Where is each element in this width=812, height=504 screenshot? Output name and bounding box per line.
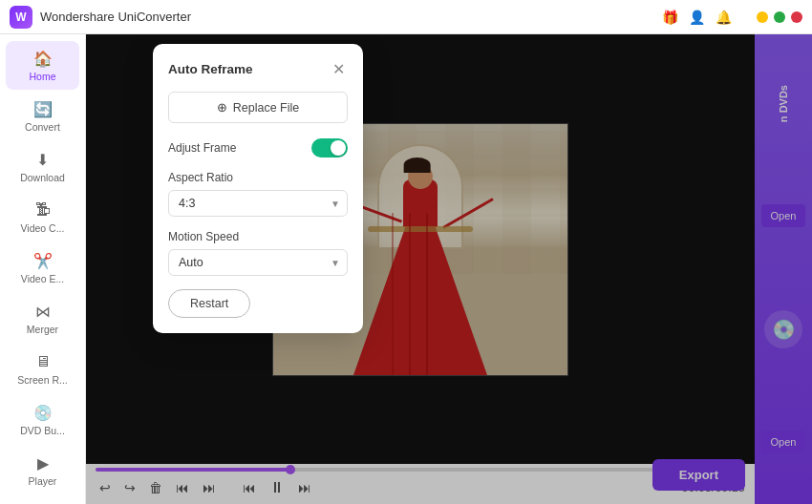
window-buttons (757, 11, 802, 23)
aspect-ratio-label: Aspect Ratio (168, 171, 233, 184)
download-icon: ⬇ (33, 150, 53, 169)
adjust-frame-row: Adjust Frame (168, 138, 348, 158)
title-bar: W Wondershare UniConverter 🎁 👤 🔔 (0, 0, 812, 34)
modal-overlay: Auto Reframe ✕ ⊕ Replace File Adjust Fra… (86, 34, 812, 504)
adjust-frame-label: Adjust Frame (168, 141, 236, 155)
sidebar-label-merger: Merger (27, 324, 58, 335)
sidebar-item-player[interactable]: ▶ Player (6, 446, 79, 494)
aspect-ratio-select-wrapper: 4:3 1:1 16:9 9:16 21:9 ▼ (168, 190, 348, 217)
adjust-frame-label-row: Adjust Frame (168, 138, 348, 158)
motion-speed-select[interactable]: Auto Slow Normal Fast (168, 249, 348, 276)
convert-icon: 🔄 (33, 99, 53, 118)
modal-title: Auto Reframe (168, 62, 253, 76)
sidebar-label-video-compress: Video C... (21, 222, 65, 234)
close-window-button[interactable] (791, 11, 802, 23)
sidebar-item-home[interactable]: 🏠 Home (6, 41, 79, 90)
sidebar-item-merger[interactable]: ⋈ Merger (6, 294, 79, 343)
edit-icon: ✂️ (33, 251, 53, 270)
merger-icon: ⋈ (33, 302, 53, 321)
maximize-button[interactable] (774, 11, 785, 23)
aspect-ratio-select[interactable]: 4:3 1:1 16:9 9:16 21:9 (168, 190, 348, 217)
sidebar-item-video-compress[interactable]: 🗜 Video C... (6, 193, 79, 242)
sidebar-label-home: Home (29, 71, 55, 82)
modal-close-button[interactable]: ✕ (329, 59, 348, 78)
user-icon[interactable]: 👤 (686, 7, 707, 28)
sidebar-item-convert[interactable]: 🔄 Convert (6, 92, 79, 140)
sidebar-item-video-edit[interactable]: ✂️ Video E... (6, 243, 79, 292)
sidebar-label-dvd: DVD Bu... (20, 425, 65, 436)
player-icon: ▶ (33, 453, 53, 472)
minimize-button[interactable] (757, 11, 768, 23)
toggle-thumb (331, 140, 346, 156)
sidebar-item-dvd[interactable]: 💿 DVD Bu... (6, 395, 79, 444)
app-title: Wondershare UniConverter (40, 10, 659, 24)
sidebar-label-download: Download (20, 172, 65, 183)
app-logo: W (10, 6, 32, 29)
motion-speed-label: Motion Speed (168, 230, 239, 243)
sidebar-label-player: Player (29, 475, 57, 487)
sidebar-label-convert: Convert (25, 121, 60, 133)
replace-file-button[interactable]: ⊕ Replace File (168, 92, 348, 123)
replace-file-label: Replace File (233, 101, 299, 115)
sidebar-label-video-edit: Video E... (21, 273, 64, 284)
main-content: ↩ ↪ 🗑 ⏮ ⏭ ⏮ ⏸ ⏭ 00:03/00:28 Auto Reframe (86, 34, 812, 504)
gift-icon[interactable]: 🎁 (659, 7, 680, 28)
adjust-frame-toggle[interactable] (311, 138, 348, 158)
compress-icon: 🗜 (33, 200, 53, 220)
bell-icon[interactable]: 🔔 (713, 7, 734, 28)
sidebar-item-download[interactable]: ⬇ Download (6, 142, 79, 191)
sidebar-label-screen-rec: Screen R... (17, 374, 68, 386)
restart-button[interactable]: Restart (168, 289, 250, 318)
dvd-icon: 💿 (33, 403, 53, 422)
aspect-ratio-row: Aspect Ratio 4:3 1:1 16:9 9:16 21:9 ▼ (168, 171, 348, 217)
home-icon: 🏠 (33, 49, 53, 68)
sidebar: 🏠 Home 🔄 Convert ⬇ Download 🗜 Video C...… (0, 34, 86, 504)
aspect-ratio-label-container: Aspect Ratio (168, 171, 348, 184)
auto-reframe-panel: Auto Reframe ✕ ⊕ Replace File Adjust Fra… (153, 44, 363, 333)
motion-speed-label-container: Motion Speed (168, 230, 348, 243)
sidebar-item-screen-rec[interactable]: 🖥 Screen R... (6, 345, 79, 393)
motion-speed-select-wrapper: Auto Slow Normal Fast ▼ (168, 249, 348, 276)
replace-file-icon: ⊕ (217, 100, 227, 115)
app-body: 🏠 Home 🔄 Convert ⬇ Download 🗜 Video C...… (0, 34, 812, 504)
modal-header: Auto Reframe ✕ (168, 59, 348, 78)
title-bar-controls: 🎁 👤 🔔 (659, 7, 802, 28)
motion-speed-row: Motion Speed Auto Slow Normal Fast ▼ (168, 230, 348, 276)
screen-rec-icon: 🖥 (33, 352, 53, 371)
sidebar-item-toolbox[interactable]: 🧰 Toolbox (6, 496, 79, 504)
